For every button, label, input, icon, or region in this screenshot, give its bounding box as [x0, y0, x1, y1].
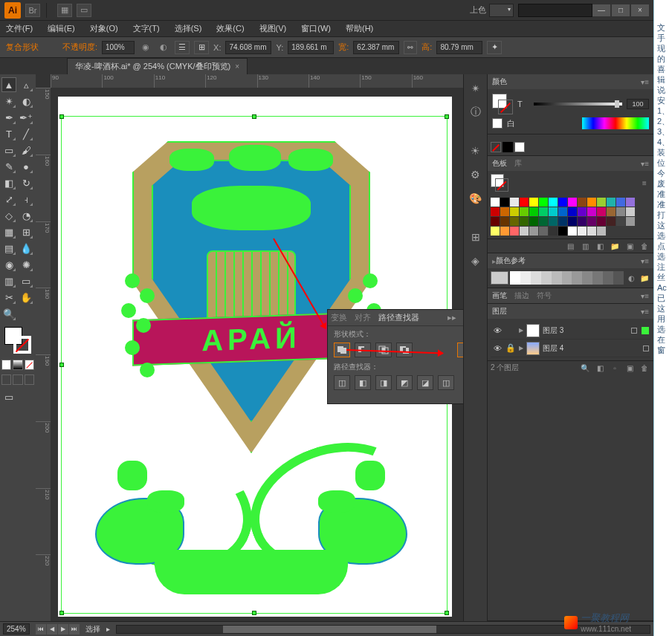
handle-br[interactable] — [445, 611, 449, 615]
swatch[interactable] — [568, 198, 577, 207]
locate-object-icon[interactable]: 🔍 — [579, 363, 591, 373]
swatch[interactable] — [558, 217, 567, 226]
swatch[interactable] — [616, 198, 625, 207]
color-guide-row[interactable] — [510, 271, 624, 285]
stroke-tab[interactable]: 描边 — [514, 291, 529, 301]
swatch[interactable] — [529, 227, 538, 236]
swatch[interactable] — [539, 217, 548, 226]
guide-shade[interactable] — [613, 271, 624, 285]
h-field[interactable] — [436, 41, 482, 54]
panel-menu-icon[interactable]: ▾≡ — [641, 257, 649, 265]
visibility-toggle[interactable]: 👁 — [492, 326, 503, 335]
delete-swatch-icon[interactable]: 🗑 — [639, 241, 650, 251]
swatch[interactable] — [558, 198, 567, 207]
handle-bm[interactable] — [252, 611, 256, 615]
swatch[interactable] — [510, 198, 519, 207]
menu-view[interactable]: 视图(V) — [256, 22, 290, 36]
selection-tool[interactable]: ▲ — [1, 77, 16, 92]
draw-normal-icon[interactable] — [1, 374, 11, 385]
first-artboard-icon[interactable]: ⏮ — [36, 624, 46, 635]
perspective-tool[interactable]: ▦ — [1, 224, 16, 239]
swatch[interactable] — [578, 217, 587, 226]
swatch[interactable] — [568, 207, 577, 216]
spectrum-bar[interactable] — [582, 117, 649, 129]
swatch[interactable] — [491, 198, 500, 207]
handle-tm[interactable] — [252, 114, 256, 119]
recolor-icon[interactable]: ◐ — [157, 41, 170, 54]
new-swatch-icon[interactable]: ▣ — [624, 241, 636, 251]
guide-shade[interactable] — [552, 271, 562, 285]
blend-tool[interactable]: ◉ — [1, 257, 16, 272]
swatch[interactable] — [578, 198, 587, 207]
swatch[interactable] — [578, 207, 587, 216]
transform-icon[interactable]: ◈ — [468, 253, 484, 269]
document-tab[interactable]: 华凌-啤酒杯.ai* @ 254% (CMYK/叠印预览) × — [67, 58, 248, 75]
swatch[interactable] — [607, 198, 616, 207]
white-swatch[interactable] — [492, 118, 503, 129]
menu-select[interactable]: 选择(S) — [172, 22, 205, 36]
screen-mode-tool[interactable]: ▭ — [1, 389, 16, 404]
expand-button[interactable]: 扩展 — [457, 343, 463, 357]
layer-row[interactable]: 👁 🔒 ▶ 图层 4 — [491, 340, 650, 357]
handle-bl[interactable] — [59, 611, 64, 615]
black-swatch[interactable] — [503, 142, 513, 152]
zoom-level[interactable]: 254% — [3, 623, 30, 635]
tint-slider[interactable] — [534, 103, 622, 106]
white-swatch[interactable] — [514, 142, 525, 152]
rectangle-tool[interactable]: ▭ — [1, 143, 16, 158]
swatch[interactable] — [500, 207, 509, 216]
fill-stroke-control[interactable] — [1, 327, 34, 357]
visibility-toggle[interactable]: 👁 — [492, 344, 503, 353]
menu-object[interactable]: 对象(O) — [87, 22, 121, 36]
canvas[interactable]: 90100110120130140150160 1501601701801902… — [36, 74, 463, 621]
lasso-tool[interactable]: ◐ — [19, 94, 33, 108]
y-field[interactable] — [288, 41, 334, 54]
draw-behind-icon[interactable] — [13, 374, 22, 385]
close-button[interactable]: × — [631, 4, 649, 16]
grid-icon[interactable]: ⊞ — [468, 229, 484, 245]
compass-icon[interactable]: ✴ — [468, 80, 484, 97]
pencil-tool[interactable]: ✎ — [1, 159, 16, 174]
swatch[interactable] — [539, 227, 548, 236]
tab-transform[interactable]: 变换 — [331, 312, 347, 323]
swatch[interactable] — [520, 217, 529, 226]
gradient-tool[interactable]: ▤ — [1, 241, 16, 256]
swatch[interactable] — [616, 207, 625, 216]
swatch[interactable] — [529, 217, 538, 226]
link-wh-icon[interactable]: ⚯ — [404, 41, 417, 54]
draw-inside-icon[interactable] — [25, 374, 34, 385]
swatch[interactable] — [529, 207, 538, 216]
swatch[interactable] — [587, 198, 596, 207]
swatch[interactable] — [587, 207, 596, 216]
gear-icon[interactable]: ⚙ — [468, 166, 484, 183]
handle-tl[interactable] — [59, 114, 64, 119]
swatch[interactable] — [549, 198, 558, 207]
target-icon[interactable] — [631, 328, 637, 334]
swatch[interactable] — [510, 207, 519, 216]
x-field[interactable] — [225, 41, 271, 54]
swatch[interactable] — [587, 217, 596, 226]
trim-button[interactable]: ◧ — [355, 375, 371, 390]
minimize-button[interactable]: — — [592, 4, 610, 16]
panel-menu-icon[interactable]: ▾≡ — [641, 160, 649, 168]
layer-name[interactable]: 图层 4 — [543, 343, 563, 354]
guide-shade[interactable] — [603, 271, 613, 285]
tint-field[interactable] — [627, 99, 649, 109]
prev-artboard-icon[interactable]: ◀ — [47, 624, 57, 635]
menu-edit[interactable]: 编辑(E) — [45, 22, 78, 36]
expand-layer-icon[interactable]: ▶ — [519, 327, 523, 334]
eyedropper-tool[interactable]: 💧 — [19, 241, 33, 256]
divide-button[interactable]: ◫ — [334, 375, 350, 390]
layer-name[interactable]: 图层 3 — [543, 325, 563, 336]
library-tab[interactable]: 库 — [514, 158, 522, 169]
swatch[interactable] — [626, 207, 635, 216]
menu-window[interactable]: 窗口(W) — [298, 22, 334, 36]
swatch[interactable] — [607, 217, 616, 226]
panel-menu-icon[interactable]: ▾≡ — [641, 292, 649, 300]
color-tab[interactable]: 颜色 — [492, 77, 507, 87]
swatch[interactable] — [626, 217, 635, 226]
outline-button[interactable]: ◪ — [417, 375, 433, 390]
magic-wand-tool[interactable]: ✴ — [1, 94, 16, 108]
new-layer-icon[interactable]: ▣ — [624, 363, 636, 373]
transform-anchor[interactable]: ⊞ — [194, 41, 209, 54]
